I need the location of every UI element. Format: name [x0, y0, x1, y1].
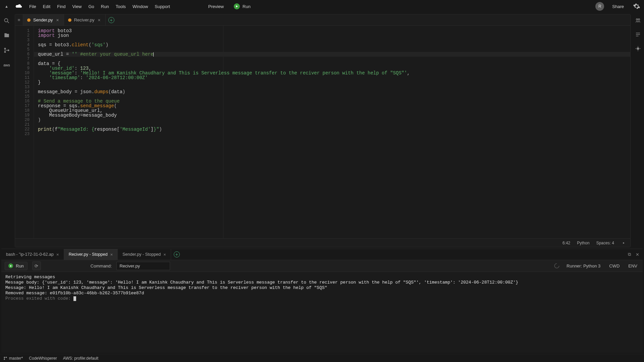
code-line[interactable]: } [38, 80, 630, 85]
aws-profile-status[interactable]: AWS: profile:default [63, 356, 99, 361]
code-line[interactable]: import boto3 [38, 28, 630, 33]
avatar[interactable]: R [595, 2, 604, 11]
menu-item-find[interactable]: Find [54, 2, 69, 11]
menu-item-support[interactable]: Support [151, 2, 173, 11]
code-line[interactable] [38, 94, 630, 99]
close-icon[interactable]: × [110, 252, 113, 257]
menu-item-window[interactable]: Window [129, 2, 151, 11]
svg-point-0 [4, 18, 8, 22]
code-line[interactable]: 'user_id': 123, [38, 66, 630, 71]
share-button[interactable]: Share [609, 2, 627, 11]
menu-item-view[interactable]: View [69, 2, 85, 11]
tab-menu-icon[interactable]: ≡ [15, 14, 23, 25]
code-line[interactable]: print(f"MessageId: {response['MessageId'… [38, 127, 630, 132]
code-line[interactable]: data = { [38, 61, 630, 66]
menu-bar: ▲ FileEditFindViewGoRunToolsWindowSuppor… [0, 0, 644, 13]
status-bar: master* CodeWhisperer AWS: profile:defau… [0, 354, 644, 362]
code-line[interactable] [38, 85, 630, 89]
outline-icon[interactable] [635, 32, 641, 38]
panel-tab-label: Sender.py - Stopped [122, 252, 161, 257]
run-button[interactable]: Run [234, 3, 251, 9]
command-input[interactable] [116, 262, 170, 270]
close-icon[interactable]: × [56, 252, 59, 257]
panel-run-button[interactable]: Run [5, 262, 28, 270]
spinner-icon [554, 263, 560, 269]
code-line[interactable]: queue_url = '' #enter your queue_url her… [34, 52, 630, 57]
menu-item-edit[interactable]: Edit [40, 2, 54, 11]
code-line[interactable] [38, 132, 630, 136]
panel-new-tab-button[interactable]: + [171, 249, 182, 260]
panel-tab-sender-py-stopped[interactable]: Sender.py - Stopped× [118, 249, 171, 260]
svg-point-8 [4, 357, 5, 358]
editor-status-bar: 6:42 Python Spaces: 4 [15, 238, 630, 247]
collaborate-icon[interactable] [635, 17, 641, 23]
play-icon [8, 263, 13, 268]
console-output[interactable]: Retrieving messagesMessage body: {'user_… [1, 272, 643, 353]
settings-gear-icon[interactable] [632, 2, 641, 11]
editor-tab-row: ≡ Sender.py×Reciver.py× + [15, 14, 630, 26]
code-line[interactable]: QueueUrl=queue_url, [38, 108, 630, 113]
code-line[interactable]: MessageBody=message_body [38, 113, 630, 118]
panel-tab-reciver-py-stopped[interactable]: Reciver.py - Stopped× [64, 249, 118, 260]
menu-item-file[interactable]: File [26, 2, 40, 11]
tab-reciver-py[interactable]: Reciver.py× [64, 14, 106, 25]
runner-select[interactable]: Runner: Python 3 [565, 263, 602, 269]
new-tab-button[interactable]: + [106, 14, 117, 25]
editor-settings-icon[interactable] [621, 240, 626, 246]
code-line[interactable]: response = sqs.send_message( [38, 104, 630, 108]
codewhisperer-status[interactable]: CodeWhisperer [29, 356, 57, 361]
panel-tab-label: bash - "ip-172-31-0-62.ap [6, 252, 54, 257]
cwd-button[interactable]: CWD [607, 263, 622, 269]
tab-sender-py[interactable]: Sender.py× [23, 14, 64, 25]
cloud9-logo-icon[interactable] [15, 3, 22, 9]
code-line[interactable]: message_body = json.dumps(data) [38, 89, 630, 94]
env-button[interactable]: ENV [626, 263, 639, 269]
main-area: aws ≡ Sender.py×Reciver.py× + 1234567891… [0, 13, 644, 249]
preview-button[interactable]: Preview [205, 2, 227, 11]
code-line[interactable]: ) [38, 118, 630, 122]
code-line[interactable] [38, 38, 630, 43]
language-mode[interactable]: Python [577, 241, 589, 245]
close-icon[interactable]: × [163, 252, 166, 257]
tab-label: Sender.py [33, 17, 53, 22]
code-content[interactable]: import boto3import jsonsqs = boto3.clien… [34, 26, 630, 238]
panel-popout-icon[interactable]: ⧉ [628, 252, 631, 257]
menu-item-run[interactable]: Run [98, 2, 112, 11]
indent-mode[interactable]: Spaces: 4 [596, 241, 614, 245]
code-line[interactable] [38, 47, 630, 52]
run-label: Run [243, 4, 251, 9]
search-icon[interactable] [3, 17, 10, 24]
panel-close-icon[interactable]: ✕ [636, 252, 639, 257]
aws-icon[interactable]: aws [3, 62, 10, 68]
source-control-icon[interactable] [3, 47, 10, 54]
menu-item-tools[interactable]: Tools [112, 2, 129, 11]
panel-tab-row: bash - "ip-172-31-0-62.ap×Reciver.py - S… [1, 249, 643, 260]
git-branch[interactable]: master* [3, 356, 23, 361]
branch-name: master* [9, 356, 23, 361]
code-line[interactable] [38, 122, 630, 127]
close-icon[interactable]: × [56, 17, 60, 23]
code-editor[interactable]: 1234567891011121314151617181920212223 im… [15, 26, 630, 238]
menu-item-go[interactable]: Go [85, 2, 98, 11]
code-line[interactable]: sqs = boto3.client('sqs') [38, 43, 630, 47]
close-icon[interactable]: × [97, 17, 101, 23]
file-dirty-icon [68, 18, 71, 22]
code-line[interactable] [38, 57, 630, 61]
panel-toolbar: Run ⟳ Command: Runner: Python 3 CWD ENV [1, 260, 643, 272]
code-line[interactable]: 'timestamp': '2024-06-28T12:00:00Z' [38, 75, 630, 80]
debug-icon[interactable] [635, 46, 641, 52]
svg-point-4 [623, 242, 624, 244]
panel-tab-label: Reciver.py - Stopped [69, 252, 108, 257]
files-icon[interactable] [3, 32, 10, 39]
panel-tab-bash-ip-172-31-0-62-ap[interactable]: bash - "ip-172-31-0-62.ap× [1, 249, 64, 260]
code-line[interactable]: 'message': 'Hello! I am Kanishk Chaudhar… [38, 71, 630, 75]
reload-icon[interactable]: ⟳ [32, 261, 41, 270]
code-line[interactable]: import json [38, 33, 630, 38]
svg-point-10 [6, 357, 7, 358]
code-line[interactable]: # Send a message to the queue [38, 99, 630, 104]
plus-icon: + [108, 17, 114, 23]
right-rail [632, 13, 644, 249]
play-icon [234, 3, 240, 9]
collapse-icon[interactable]: ▲ [3, 4, 10, 8]
svg-point-5 [636, 19, 638, 20]
